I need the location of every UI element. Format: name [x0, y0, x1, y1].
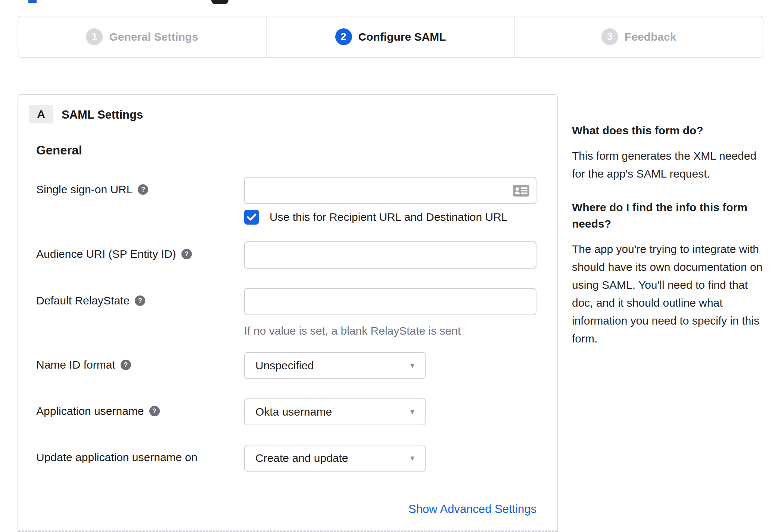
- name-id-format-label: Name ID format ?: [36, 359, 131, 371]
- section-title: SAML Settings: [62, 108, 143, 122]
- relaystate-hint: If no value is set, a blank RelayState i…: [244, 325, 461, 337]
- step-label: Feedback: [625, 31, 676, 43]
- default-relaystate-label: Default RelayState ?: [36, 294, 145, 307]
- recipient-destination-checkbox-label: Use this for Recipient URL and Destinati…: [270, 211, 508, 223]
- step-number-badge: 3: [601, 28, 618, 45]
- section-dashed-divider: [18, 531, 557, 532]
- step-label: General Settings: [109, 31, 198, 43]
- name-id-format-select[interactable]: Unspecified ▾: [244, 352, 426, 379]
- help-icon[interactable]: ?: [135, 295, 145, 306]
- checkmark-icon: [247, 213, 256, 221]
- group-title-general: General: [36, 143, 82, 157]
- audience-uri-input[interactable]: [244, 241, 536, 269]
- update-application-username-select[interactable]: Create and update ▾: [244, 445, 426, 472]
- saml-settings-panel: A SAML Settings General Single sign-on U…: [18, 94, 558, 532]
- application-username-select[interactable]: Okta username ▾: [244, 398, 426, 425]
- help-body-what: This form generates the XML needed for t…: [572, 147, 765, 183]
- update-application-username-label: Update application username on: [36, 451, 197, 464]
- application-username-label: Application username ?: [36, 405, 160, 417]
- single-sign-on-url-input[interactable]: [244, 177, 536, 204]
- help-icon[interactable]: ?: [149, 406, 160, 416]
- step-configure-saml[interactable]: 2 Configure SAML: [266, 16, 514, 57]
- help-heading-what: What does this form do?: [572, 122, 765, 139]
- clipped-blue-element: [28, 0, 37, 3]
- help-heading-where: Where do I find the info this form needs…: [572, 199, 747, 232]
- chevron-down-icon: ▾: [410, 453, 414, 463]
- step-label: Configure SAML: [358, 31, 446, 43]
- single-sign-on-url-label: Single sign-on URL ?: [36, 183, 148, 196]
- help-body-where: The app you're trying to integrate with …: [572, 240, 765, 348]
- show-advanced-settings-link[interactable]: Show Advanced Settings: [408, 503, 536, 516]
- chevron-down-icon: ▾: [410, 361, 414, 370]
- clipped-logo-bottom: [211, 0, 228, 4]
- recipient-destination-checkbox[interactable]: [244, 210, 259, 225]
- help-icon[interactable]: ?: [138, 184, 148, 195]
- help-sidebar: What does this form do? This form genera…: [572, 122, 765, 364]
- audience-uri-label: Audience URI (SP Entity ID) ?: [36, 248, 192, 260]
- step-feedback[interactable]: 3 Feedback: [514, 16, 763, 57]
- chevron-down-icon: ▾: [410, 407, 414, 417]
- step-general-settings[interactable]: 1 General Settings: [18, 16, 266, 57]
- step-number-badge: 2: [335, 28, 352, 45]
- step-number-badge: 1: [86, 28, 103, 45]
- default-relaystate-input[interactable]: [244, 288, 536, 315]
- help-icon[interactable]: ?: [181, 249, 192, 259]
- wizard-stepper: 1 General Settings 2 Configure SAML 3 Fe…: [18, 16, 763, 58]
- section-a-badge: A: [29, 105, 53, 123]
- help-icon[interactable]: ?: [121, 360, 131, 370]
